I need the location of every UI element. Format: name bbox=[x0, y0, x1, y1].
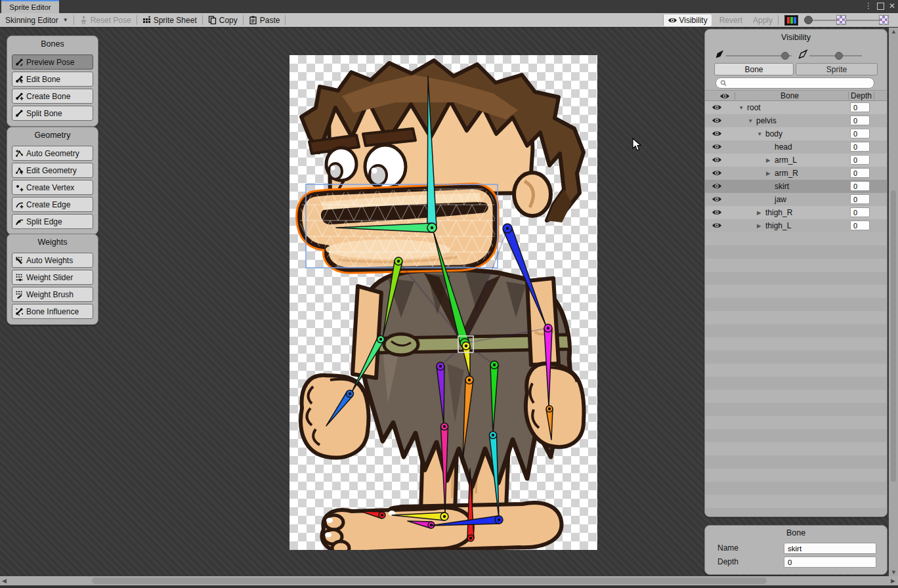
visibility-eye-icon[interactable] bbox=[712, 143, 722, 150]
edit-geometry-icon bbox=[15, 166, 24, 175]
geometry-group-title: Geometry bbox=[7, 127, 98, 144]
copy-icon bbox=[208, 16, 217, 24]
sprite-sheet-button[interactable]: Sprite Sheet bbox=[137, 13, 202, 27]
opacity-slider-track[interactable] bbox=[813, 20, 836, 21]
auto-geometry-button[interactable]: Auto Geometry bbox=[12, 146, 93, 161]
maximize-icon[interactable] bbox=[877, 3, 884, 10]
depth-input[interactable] bbox=[850, 129, 870, 138]
tab-bone[interactable]: Bone bbox=[714, 63, 794, 75]
bone-row-thigh_L[interactable]: ▶thigh_L bbox=[705, 219, 887, 232]
sprite-tint-color-button[interactable] bbox=[784, 15, 798, 26]
split-edge-button[interactable]: Split Edge bbox=[12, 214, 93, 229]
bone-depth-field[interactable] bbox=[784, 556, 876, 568]
window-menu-icon[interactable]: ⋮ bbox=[865, 1, 872, 10]
copy-button[interactable]: Copy bbox=[203, 13, 243, 27]
tab-sprite-editor[interactable]: Sprite Editor bbox=[1, 0, 59, 13]
horizontal-scrollbar-thumb[interactable] bbox=[92, 578, 767, 584]
depth-input[interactable] bbox=[850, 207, 870, 217]
visibility-toggle-button[interactable]: Visibility bbox=[664, 14, 712, 26]
vertical-scrollbar[interactable]: ▲ ▼ bbox=[889, 28, 898, 576]
bone-row-root[interactable]: ▼root bbox=[705, 101, 887, 114]
expand-arrow-icon[interactable]: ▶ bbox=[766, 170, 771, 177]
visibility-eye-icon[interactable] bbox=[712, 104, 722, 111]
depth-input[interactable] bbox=[850, 102, 870, 112]
close-icon[interactable]: ✕ bbox=[889, 1, 895, 10]
visibility-eye-icon[interactable] bbox=[712, 222, 722, 229]
depth-column-header: Depth bbox=[851, 91, 872, 100]
visibility-eye-icon[interactable] bbox=[712, 130, 722, 137]
geometry-tool-group: Geometry Auto GeometryEdit GeometryCreat… bbox=[7, 127, 98, 235]
scroll-up-icon[interactable]: ▲ bbox=[891, 28, 897, 35]
edit-bone-button[interactable]: Edit Bone bbox=[12, 72, 93, 87]
scroll-down-icon[interactable]: ▼ bbox=[891, 569, 897, 576]
bone-row-thigh_R[interactable]: ▶thigh_R bbox=[705, 206, 887, 219]
mesh-opacity-slider-knob[interactable] bbox=[835, 52, 843, 60]
bone-row-pelvis[interactable]: ▼pelvis bbox=[705, 114, 887, 127]
bone-row-jaw[interactable]: jaw bbox=[705, 193, 887, 206]
weight-opacity-slider-track[interactable] bbox=[846, 20, 879, 21]
opacity-slider-knob[interactable] bbox=[804, 16, 813, 24]
tool-button-label: Split Edge bbox=[26, 217, 62, 226]
weight-slider-button[interactable]: Weight Slider bbox=[12, 270, 93, 285]
expand-arrow-icon[interactable]: ▶ bbox=[757, 222, 761, 229]
depth-input[interactable] bbox=[850, 194, 870, 204]
preview-pose-button[interactable]: Preview Pose bbox=[12, 54, 93, 70]
revert-label: Revert bbox=[719, 16, 742, 25]
bone-column-header: Bone bbox=[780, 91, 799, 100]
bone-name-field[interactable] bbox=[784, 543, 876, 554]
scroll-right-icon[interactable]: ▶ bbox=[891, 578, 895, 584]
weights-group-title: Weights bbox=[7, 234, 98, 251]
depth-input[interactable] bbox=[850, 116, 870, 125]
bone-row-skirt[interactable]: skirt bbox=[705, 180, 887, 193]
visibility-eye-icon[interactable] bbox=[712, 196, 722, 203]
visibility-eye-icon[interactable] bbox=[712, 182, 722, 190]
collapse-arrow-icon[interactable]: ▼ bbox=[757, 131, 762, 137]
visibility-eye-icon[interactable] bbox=[712, 117, 722, 124]
split-bone-button[interactable]: Split Bone bbox=[12, 106, 93, 121]
create-bone-button[interactable]: Create Bone bbox=[12, 89, 93, 104]
tool-button-label: Edit Geometry bbox=[26, 166, 77, 175]
collapse-arrow-icon[interactable]: ▼ bbox=[748, 117, 753, 124]
visibility-eye-icon[interactable] bbox=[712, 156, 722, 163]
bone-table-header: Bone Depth bbox=[705, 90, 887, 101]
weight-brush-button[interactable]: Weight Brush bbox=[12, 287, 93, 302]
reset-pose-button[interactable]: Reset Pose bbox=[74, 13, 137, 27]
bone-row-head[interactable]: head bbox=[705, 140, 887, 154]
horizontal-scrollbar[interactable]: ◀ ▶ bbox=[0, 576, 898, 585]
sprite-canvas[interactable] bbox=[289, 55, 597, 550]
edit-geometry-button[interactable]: Edit Geometry bbox=[12, 163, 93, 178]
paste-button[interactable]: Paste bbox=[244, 13, 286, 27]
bone-row-arm_R[interactable]: ▶arm_R bbox=[705, 167, 887, 180]
scroll-left-icon[interactable]: ◀ bbox=[2, 578, 7, 584]
auto-weights-button[interactable]: Auto Weights bbox=[12, 253, 93, 268]
depth-input[interactable] bbox=[850, 181, 870, 191]
tab-sprite[interactable]: Sprite bbox=[796, 63, 878, 75]
revert-button[interactable]: Revert bbox=[714, 13, 748, 27]
bone-search-box[interactable] bbox=[716, 77, 874, 89]
visibility-eye-icon[interactable] bbox=[712, 169, 722, 177]
visibility-eye-icon[interactable] bbox=[712, 209, 722, 216]
bone-opacity-slider-knob[interactable] bbox=[781, 52, 789, 60]
weight-opacity-icon bbox=[879, 15, 889, 25]
apply-button[interactable]: Apply bbox=[748, 13, 778, 27]
search-input[interactable] bbox=[729, 79, 870, 88]
caveman-sprite bbox=[289, 55, 597, 550]
sprite-opacity-icon bbox=[836, 15, 846, 25]
expand-arrow-icon[interactable]: ▶ bbox=[757, 209, 761, 216]
bone-influence-button[interactable]: Bone Influence bbox=[12, 304, 93, 319]
auto-geometry-icon bbox=[15, 149, 24, 158]
depth-input[interactable] bbox=[850, 168, 870, 178]
depth-input[interactable] bbox=[850, 142, 870, 152]
expand-arrow-icon[interactable]: ▶ bbox=[766, 157, 771, 163]
bone-row-body[interactable]: ▼body bbox=[705, 127, 887, 140]
depth-input[interactable] bbox=[850, 220, 870, 230]
skinning-editor-dropdown[interactable]: Skinning Editor ▼ bbox=[0, 13, 74, 27]
depth-input[interactable] bbox=[850, 155, 870, 165]
create-edge-button[interactable]: Create Edge bbox=[12, 197, 93, 212]
collapse-arrow-icon[interactable]: ▼ bbox=[738, 104, 744, 111]
bone-hierarchy-list: ▼root▼pelvis▼bodyhead▶arm_L▶arm_Rskirtja… bbox=[705, 101, 887, 516]
create-vertex-button[interactable]: Create Vertex bbox=[12, 180, 93, 195]
person-icon bbox=[79, 16, 88, 24]
bone-row-arm_L[interactable]: ▶arm_L bbox=[705, 154, 887, 167]
vertical-scrollbar-thumb[interactable] bbox=[891, 190, 896, 482]
